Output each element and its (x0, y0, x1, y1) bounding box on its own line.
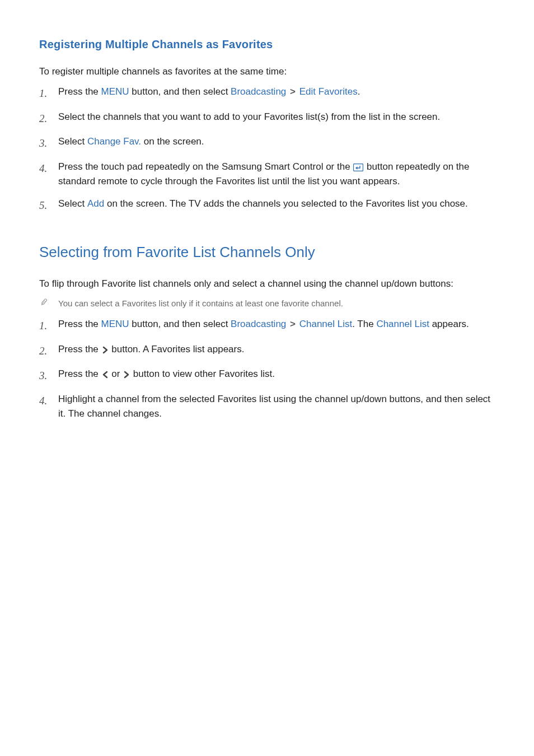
text: button. A Favorites list appears. (109, 344, 245, 354)
step-body: Highlight a channel from the selected Fa… (58, 392, 495, 422)
text: Select (58, 136, 87, 147)
list-item: 5. Select Add on the screen. The TV adds… (39, 197, 495, 213)
step-number: 3. (39, 367, 58, 384)
list-item: 4. Press the touch pad repeatedly on the… (39, 160, 495, 189)
text: Press the (58, 344, 101, 354)
text: . The (352, 319, 376, 329)
list-item: 1. Press the MENU button, and then selec… (39, 317, 495, 334)
document-page: Registering Multiple Channels as Favorit… (0, 0, 534, 485)
step-body: Press the MENU button, and then select B… (58, 317, 495, 332)
chevron-right-icon (123, 371, 130, 379)
change-fav-label: Change Fav. (87, 136, 141, 147)
step-body: Press the touch pad repeatedly on the Sa… (58, 160, 495, 189)
step-number: 1. (39, 317, 58, 334)
step-body: Select the channels that you want to add… (58, 110, 495, 124)
step-body: Select Change Fav. on the screen. (58, 134, 495, 149)
channel-list-label: Channel List (299, 319, 353, 329)
step-number: 3. (39, 134, 58, 151)
add-label: Add (87, 198, 104, 209)
list-item: 2. Select the channels that you want to … (39, 110, 495, 127)
text: button, and then select (129, 86, 231, 97)
channel-list-label: Channel List (376, 319, 429, 329)
step-number: 1. (39, 85, 58, 101)
text: button to view other Favorites list. (130, 368, 275, 379)
list-item: 4. Highlight a channel from the selected… (39, 392, 495, 422)
note-icon (39, 297, 58, 311)
edit-favorites-label: Edit Favorites (299, 86, 358, 97)
steps-list: 1. Press the MENU button, and then selec… (39, 85, 495, 213)
svg-line-3 (43, 302, 44, 304)
section-title: Selecting from Favorite List Channels On… (39, 241, 495, 263)
text: button, and then select (129, 319, 231, 329)
text: Select (58, 198, 87, 209)
text: on the screen. (141, 136, 204, 147)
step-body: Press the or button to view other Favori… (58, 367, 495, 381)
steps-list: 1. Press the MENU button, and then selec… (39, 317, 495, 421)
chevron-left-icon (101, 371, 109, 379)
text: Press the touch pad repeatedly on the Sa… (58, 161, 353, 172)
text: appears. (429, 319, 469, 329)
text: or (109, 368, 123, 379)
step-body: Press the button. A Favorites list appea… (58, 342, 495, 357)
step-number: 4. (39, 392, 58, 409)
list-item: 3. Press the or button to view other Fav… (39, 367, 495, 384)
section-title: Registering Multiple Channels as Favorit… (39, 36, 495, 53)
text: Press the (58, 368, 101, 379)
svg-rect-1 (42, 299, 47, 305)
text: . (358, 86, 360, 97)
text: Press the (58, 319, 101, 329)
menu-label: MENU (101, 319, 129, 329)
step-number: 4. (39, 160, 58, 176)
menu-label: MENU (101, 86, 129, 97)
breadcrumb-sep: > (289, 319, 297, 329)
note-row: You can select a Favorites list only if … (39, 297, 495, 311)
step-body: Select Add on the screen. The TV adds th… (58, 197, 495, 211)
section-intro: To register multiple channels as favorit… (39, 64, 495, 79)
chevron-right-icon (101, 346, 109, 354)
step-number: 2. (39, 342, 58, 359)
broadcasting-label: Broadcasting (231, 319, 286, 329)
step-number: 5. (39, 197, 58, 213)
list-item: 2. Press the button. A Favorites list ap… (39, 342, 495, 359)
breadcrumb-sep: > (289, 86, 297, 97)
list-item: 3. Select Change Fav. on the screen. (39, 134, 495, 151)
section-intro: To flip through Favorite list channels o… (39, 277, 495, 291)
step-body: Press the MENU button, and then select B… (58, 85, 495, 99)
svg-line-2 (44, 301, 45, 302)
step-number: 2. (39, 110, 58, 127)
broadcasting-label: Broadcasting (231, 86, 286, 97)
note-text: You can select a Favorites list only if … (58, 297, 343, 310)
svg-rect-0 (354, 164, 363, 171)
text: Press the (58, 86, 101, 97)
enter-icon (353, 164, 364, 171)
text: on the screen. The TV adds the channels … (104, 198, 468, 209)
list-item: 1. Press the MENU button, and then selec… (39, 85, 495, 101)
